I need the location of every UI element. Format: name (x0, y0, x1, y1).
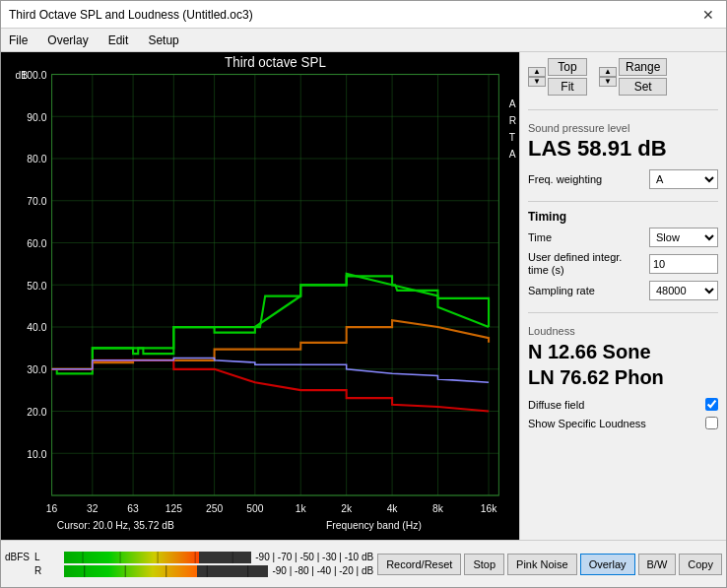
time-label: Time (528, 231, 552, 243)
chart-svg: 100.0 90.0 80.0 70.0 60.0 50.0 40.0 30.0… (1, 52, 519, 540)
svg-text:500: 500 (246, 501, 263, 514)
diffuse-field-checkbox[interactable] (705, 398, 718, 411)
menu-setup[interactable]: Setup (144, 33, 182, 48)
svg-text:T: T (509, 131, 516, 144)
svg-text:dB: dB (15, 69, 28, 82)
spl-section: Sound pressure level LAS 58.91 dB (528, 122, 718, 165)
main-content: 100.0 90.0 80.0 70.0 60.0 50.0 40.0 30.0… (1, 52, 726, 540)
menu-bar: File Overlay Edit Setup (1, 29, 726, 52)
level-meters: dBFS L -90 | -70 | -50 | -30 | -10 dB (5, 552, 373, 577)
level-l-bar (64, 552, 251, 563)
svg-text:Cursor:  20.0 Hz, 35.72 dB: Cursor: 20.0 Hz, 35.72 dB (57, 518, 174, 531)
svg-text:Frequency band (Hz): Frequency band (Hz) (326, 518, 422, 531)
sampling-rate-label: Sampling rate (528, 285, 595, 296)
svg-text:30.0: 30.0 (27, 363, 46, 376)
level-l-ticks: -90 | -70 | -50 | -30 | -10 dB (255, 552, 373, 562)
svg-text:1k: 1k (296, 501, 306, 514)
bottom-buttons: Record/Reset Stop Pink Noise Overlay B/W… (377, 554, 722, 575)
level-r-bar (64, 565, 268, 577)
top-controls: ▲ ▼ Top Fit ▲ ▼ Range (528, 58, 718, 96)
overlay-button[interactable]: Overlay (580, 554, 635, 575)
divider-2 (528, 201, 718, 202)
timing-title: Timing (528, 210, 718, 224)
top-up-btn[interactable]: ▲ (528, 67, 546, 77)
sampling-rate-select[interactable]: 44100 48000 96000 (649, 281, 718, 300)
timing-section: Timing Time Fast Slow Impulse User defin… (528, 210, 718, 304)
level-l-label: L (34, 552, 62, 562)
pink-noise-button[interactable]: Pink Noise (507, 554, 577, 575)
bottom-bar: dBFS L -90 | -70 | -50 | -30 | -10 dB (1, 540, 726, 587)
loudness-values: N 12.66 Sone LN 76.62 Phon (528, 339, 718, 390)
svg-rect-0 (1, 52, 519, 540)
chart-area: 100.0 90.0 80.0 70.0 60.0 50.0 40.0 30.0… (1, 52, 519, 540)
loudness-section: Loudness N 12.66 Sone LN 76.62 Phon (528, 325, 718, 394)
svg-text:90.0: 90.0 (27, 110, 46, 123)
range-down-btn[interactable]: ▼ (599, 77, 617, 87)
user-integr-row: User defined integr. time (s) (528, 251, 718, 277)
menu-edit[interactable]: Edit (104, 33, 133, 48)
spl-value: LAS 58.91 dB (528, 136, 718, 162)
svg-text:16: 16 (46, 501, 57, 514)
freq-weighting-label: Freq. weighting (528, 173, 602, 185)
svg-text:250: 250 (206, 501, 223, 514)
title-bar: Third Octave SPL and Loudness (Untitled.… (1, 1, 726, 29)
freq-weighting-select[interactable]: A B C Z (649, 169, 718, 189)
time-row: Time Fast Slow Impulse (528, 228, 718, 247)
copy-button[interactable]: Copy (679, 554, 722, 575)
user-integr-input[interactable] (649, 254, 718, 274)
svg-text:4k: 4k (387, 501, 398, 514)
svg-text:A: A (509, 98, 517, 110)
sampling-rate-row: Sampling rate 44100 48000 96000 (528, 281, 718, 300)
svg-text:40.0: 40.0 (27, 321, 46, 334)
level-r-label: R (34, 565, 62, 576)
loudness-title: Loudness (528, 325, 718, 337)
loudness-ln: LN 76.62 Phon (528, 364, 718, 390)
svg-text:16k: 16k (481, 501, 497, 514)
divider-3 (528, 312, 718, 313)
svg-text:70.0: 70.0 (27, 195, 46, 208)
svg-text:20.0: 20.0 (27, 406, 46, 419)
level-l-row: dBFS L -90 | -70 | -50 | -30 | -10 dB (5, 552, 373, 563)
loudness-n: N 12.66 Sone (528, 339, 718, 364)
range-up-btn[interactable]: ▲ (599, 67, 617, 77)
level-r-ticks: -90 | -80 | -40 | -20 | dB (272, 565, 373, 576)
svg-text:2k: 2k (341, 501, 352, 514)
set-button[interactable]: Set (619, 78, 667, 96)
svg-text:125: 125 (165, 501, 182, 514)
user-integr-label: User defined integr. time (s) (528, 251, 636, 277)
svg-text:32: 32 (87, 501, 98, 514)
svg-text:Third octave SPL: Third octave SPL (225, 53, 326, 70)
svg-text:8k: 8k (432, 501, 443, 514)
top-fit-group: ▲ ▼ Top Fit ▲ ▼ Range (528, 58, 667, 96)
top-down-btn[interactable]: ▼ (528, 77, 546, 87)
stop-button[interactable]: Stop (464, 554, 504, 575)
menu-file[interactable]: File (5, 33, 32, 48)
divider-1 (528, 109, 718, 110)
svg-text:63: 63 (127, 501, 138, 514)
diffuse-field-row: Diffuse field (528, 398, 718, 411)
spl-section-label: Sound pressure level (528, 122, 718, 134)
range-button[interactable]: Range (619, 58, 667, 76)
top-button[interactable]: Top (548, 58, 587, 76)
svg-text:R: R (509, 114, 517, 127)
freq-weighting-row: Freq. weighting A B C Z (528, 169, 718, 189)
show-specific-checkbox[interactable] (705, 417, 718, 429)
window-title: Third Octave SPL and Loudness (Untitled.… (9, 8, 253, 22)
menu-overlay[interactable]: Overlay (43, 33, 92, 48)
record-reset-button[interactable]: Record/Reset (377, 554, 461, 575)
dbfs-title: dBFS (5, 552, 33, 562)
svg-text:10.0: 10.0 (27, 447, 46, 460)
diffuse-field-label: Diffuse field (528, 399, 584, 411)
svg-text:A: A (509, 147, 517, 160)
sidebar: ▲ ▼ Top Fit ▲ ▼ Range (519, 52, 726, 540)
level-r-row: R -90 | -80 | -40 | -20 | dB (5, 565, 373, 577)
bw-button[interactable]: B/W (638, 554, 677, 575)
time-select[interactable]: Fast Slow Impulse (649, 228, 718, 247)
close-button[interactable]: ✕ (698, 7, 718, 23)
svg-text:50.0: 50.0 (27, 279, 46, 292)
show-specific-row: Show Specific Loudness (528, 417, 718, 429)
svg-text:80.0: 80.0 (27, 153, 46, 165)
show-specific-label: Show Specific Loudness (528, 418, 646, 429)
fit-button[interactable]: Fit (548, 78, 587, 96)
svg-text:60.0: 60.0 (27, 237, 46, 250)
